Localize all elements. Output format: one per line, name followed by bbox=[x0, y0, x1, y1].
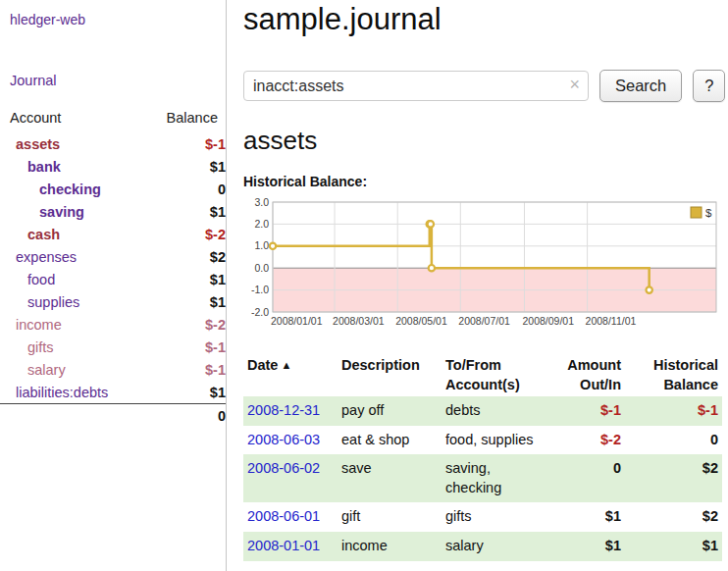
account-heading: assets bbox=[243, 126, 725, 156]
accounts-header-balance: Balance bbox=[146, 106, 226, 132]
svg-text:0.0: 0.0 bbox=[254, 262, 269, 274]
transaction-description: gift bbox=[338, 502, 442, 532]
account-row: gifts$-1 bbox=[0, 336, 226, 358]
account-link[interactable]: cash bbox=[0, 227, 60, 242]
account-row: income$-2 bbox=[0, 313, 226, 336]
account-balance: $-1 bbox=[146, 336, 226, 358]
account-balance: $1 bbox=[146, 155, 226, 178]
svg-text:3.0: 3.0 bbox=[254, 197, 269, 208]
svg-text:2008/09/01: 2008/09/01 bbox=[522, 315, 574, 327]
page-title: sample.journal bbox=[243, 2, 725, 37]
account-balance: $-1 bbox=[146, 132, 226, 155]
accounts-total-balance: 0 bbox=[146, 404, 226, 428]
transaction-amount: $-1 bbox=[541, 396, 625, 426]
svg-text:2008/07/01: 2008/07/01 bbox=[458, 315, 510, 327]
chart-wrap: 3.02.01.00.0-1.0-2.02008/01/012008/03/01… bbox=[243, 197, 725, 332]
transaction-description: pay off bbox=[338, 396, 442, 426]
help-button[interactable]: ? bbox=[693, 70, 725, 102]
accounts-table: Account Balance assets$-1bank$1checking0… bbox=[0, 106, 226, 427]
transaction-accounts: saving, checking bbox=[442, 454, 541, 502]
account-balance: 0 bbox=[146, 178, 226, 200]
account-row: expenses$2 bbox=[0, 245, 226, 268]
search-button[interactable]: Search bbox=[599, 70, 682, 102]
register-header-row: Date ▲DescriptionTo/FromAccount(s)Amount… bbox=[243, 354, 722, 396]
transaction-balance: 0 bbox=[625, 426, 722, 455]
account-link[interactable]: food bbox=[0, 272, 55, 287]
account-row: salary$-1 bbox=[0, 358, 226, 381]
transaction-date-link[interactable]: 2008-06-03 bbox=[247, 432, 320, 447]
transaction-accounts: food, supplies bbox=[442, 426, 541, 455]
transaction-date-link[interactable]: 2008-06-01 bbox=[247, 508, 320, 524]
account-balance: $2 bbox=[146, 245, 226, 268]
register-header-description: Description bbox=[338, 354, 442, 396]
transaction-description: eat & shop bbox=[338, 426, 442, 455]
account-row: supplies$1 bbox=[0, 290, 226, 313]
transaction-amount: $1 bbox=[541, 532, 625, 561]
account-row: cash$-2 bbox=[0, 223, 226, 245]
account-link[interactable]: supplies bbox=[0, 294, 79, 310]
register-body: 2008-12-31pay offdebts$-1$-12008-06-03ea… bbox=[243, 396, 722, 560]
account-balance: $-2 bbox=[146, 313, 226, 336]
svg-text:-1.0: -1.0 bbox=[251, 284, 269, 295]
transaction-accounts: gifts bbox=[442, 502, 541, 532]
transaction-amount: $-2 bbox=[541, 426, 625, 455]
sidebar: hledger-web Journal Account Balance asse… bbox=[0, 0, 227, 571]
transaction-accounts: debts bbox=[442, 396, 541, 426]
transaction-date-link[interactable]: 2008-06-02 bbox=[247, 460, 320, 476]
transaction-date-link[interactable]: 2008-12-31 bbox=[247, 402, 320, 418]
account-row: food$1 bbox=[0, 268, 226, 290]
transaction-balance: $1 bbox=[625, 532, 722, 561]
transaction-date-link[interactable]: 2008-01-01 bbox=[247, 538, 320, 553]
account-row: bank$1 bbox=[0, 155, 226, 178]
account-row: saving$1 bbox=[0, 200, 226, 223]
main-content: sample.journal × Search ? assets Histori… bbox=[227, 0, 728, 571]
account-balance: $1 bbox=[146, 290, 226, 313]
transaction-description: income bbox=[338, 532, 442, 561]
historical-balance-chart: 3.02.01.00.0-1.0-2.02008/01/012008/03/01… bbox=[243, 197, 721, 332]
sort-asc-icon[interactable]: ▲ bbox=[278, 359, 291, 371]
search-bar: × Search ? bbox=[243, 70, 725, 102]
account-link[interactable]: income bbox=[0, 317, 62, 333]
account-link[interactable]: gifts bbox=[0, 339, 54, 355]
svg-text:2008/01/01: 2008/01/01 bbox=[271, 315, 323, 327]
register-header-balance: HistoricalBalance bbox=[625, 354, 722, 396]
search-input[interactable] bbox=[243, 71, 589, 101]
account-link[interactable]: salary bbox=[0, 362, 66, 378]
account-row: checking0 bbox=[0, 178, 226, 200]
accounts-header-account: Account bbox=[0, 106, 146, 132]
svg-text:2008/11/01: 2008/11/01 bbox=[586, 315, 637, 327]
account-balance: $-1 bbox=[146, 358, 226, 381]
account-link[interactable]: expenses bbox=[0, 249, 77, 265]
register-table: Date ▲DescriptionTo/FromAccount(s)Amount… bbox=[243, 354, 722, 561]
svg-text:$: $ bbox=[705, 207, 712, 219]
clear-search-icon[interactable]: × bbox=[569, 75, 580, 96]
svg-text:2008/05/01: 2008/05/01 bbox=[395, 315, 447, 327]
register-row: 2008-12-31pay offdebts$-1$-1 bbox=[243, 396, 722, 426]
svg-text:2008/03/01: 2008/03/01 bbox=[333, 315, 385, 327]
accounts-header-row: Account Balance bbox=[0, 106, 226, 132]
account-link[interactable]: assets bbox=[0, 136, 60, 152]
chart-title: Historical Balance: bbox=[243, 174, 725, 189]
svg-text:-2.0: -2.0 bbox=[251, 306, 269, 318]
account-link[interactable]: liabilities:debts bbox=[0, 385, 108, 400]
search-input-wrap: × bbox=[243, 71, 589, 101]
account-link[interactable]: saving bbox=[0, 204, 84, 220]
transaction-accounts: salary bbox=[442, 532, 541, 561]
account-balance: $1 bbox=[146, 381, 226, 404]
register-header-date[interactable]: Date ▲ bbox=[243, 354, 338, 396]
account-link[interactable]: checking bbox=[0, 182, 101, 197]
app: hledger-web Journal Account Balance asse… bbox=[0, 0, 728, 571]
svg-text:2.0: 2.0 bbox=[254, 218, 269, 230]
accounts-total-row: 0 bbox=[0, 404, 226, 428]
svg-text:1.0: 1.0 bbox=[254, 239, 269, 251]
register-row: 2008-06-01giftgifts$1$2 bbox=[243, 502, 722, 532]
app-brand-link[interactable]: hledger-web bbox=[0, 10, 226, 27]
account-link[interactable]: bank bbox=[0, 159, 61, 175]
transaction-amount: $1 bbox=[541, 502, 625, 532]
transaction-description: save bbox=[338, 454, 442, 502]
sidebar-item-journal[interactable]: Journal bbox=[0, 73, 226, 88]
transaction-balance: $2 bbox=[625, 502, 722, 532]
register-row: 2008-01-01incomesalary$1$1 bbox=[243, 532, 722, 561]
account-row: assets$-1 bbox=[0, 132, 226, 155]
transaction-balance: $-1 bbox=[625, 396, 722, 426]
